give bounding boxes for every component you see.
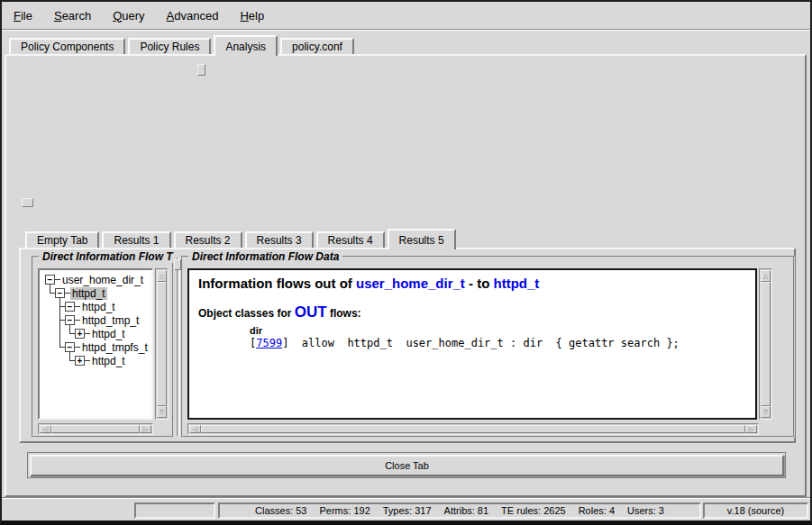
stat-attribs: Attribs: 81 bbox=[444, 505, 489, 516]
tab-policy-conf[interactable]: policy.conf bbox=[280, 38, 354, 54]
menu-search[interactable]: Search bbox=[54, 9, 91, 23]
scroll-right-icon[interactable] bbox=[140, 425, 151, 433]
flow-tree-panel: Direct Information Flow T user_home_dir_… bbox=[32, 256, 174, 438]
tree-node[interactable]: httpd_tmp_t bbox=[65, 313, 141, 327]
rule-number-link[interactable]: 7599 bbox=[256, 337, 282, 349]
tree-node[interactable]: httpd_t bbox=[75, 354, 127, 367]
stat-types: Types: 317 bbox=[383, 505, 432, 516]
object-class-name: dir bbox=[250, 325, 746, 336]
tree-node[interactable]: user_home_dir_t bbox=[45, 273, 145, 286]
tree-minus-icon[interactable] bbox=[45, 275, 55, 285]
tab-results-1[interactable]: Results 1 bbox=[102, 231, 170, 248]
status-box-empty bbox=[134, 502, 215, 519]
tab-empty[interactable]: Empty Tab bbox=[25, 231, 99, 248]
data-vscrollbar[interactable] bbox=[759, 268, 772, 420]
pane-sash-handle[interactable] bbox=[174, 259, 181, 270]
flow-data-panel: Direct Information Flow Data Information… bbox=[181, 256, 795, 438]
tree-plus-icon[interactable] bbox=[75, 329, 85, 339]
tree-node-label[interactable]: httpd_t bbox=[90, 328, 127, 340]
tab-results-3[interactable]: Results 3 bbox=[245, 231, 314, 248]
tree-node-label-selected[interactable]: httpd_t bbox=[70, 287, 107, 300]
menu-advanced[interactable]: Advanced bbox=[167, 9, 219, 23]
main-tab-bar: Policy Components Policy Rules Analysis … bbox=[9, 35, 357, 54]
flow-header: Information flows out of user_home_dir_t… bbox=[198, 276, 746, 291]
scroll-down-icon[interactable] bbox=[157, 406, 167, 418]
scroll-down-icon[interactable] bbox=[761, 406, 771, 418]
scroll-thumb[interactable] bbox=[201, 425, 745, 433]
policy-version-text: v.18 (source) bbox=[727, 505, 784, 516]
object-classes-line: Object classes for OUT flows: bbox=[198, 303, 746, 321]
scroll-up-icon[interactable] bbox=[761, 270, 771, 282]
tree-node-label[interactable]: httpd_t bbox=[80, 301, 117, 313]
data-hscrollbar[interactable] bbox=[187, 423, 759, 435]
stat-users: Users: 3 bbox=[627, 505, 664, 516]
tree-node-label[interactable]: user_home_dir_t bbox=[60, 274, 145, 286]
tab-results-5[interactable]: Results 5 bbox=[388, 229, 456, 249]
tree-node-label[interactable]: httpd_tmp_t bbox=[80, 314, 141, 327]
menu-bar: File Search Query Advanced Help bbox=[2, 2, 810, 30]
menu-help[interactable]: Help bbox=[240, 9, 264, 23]
tab-analysis[interactable]: Analysis bbox=[214, 35, 278, 56]
pane-sash-line bbox=[177, 258, 180, 436]
menu-query[interactable]: Query bbox=[113, 9, 144, 23]
status-box-version: v.18 (source) bbox=[703, 502, 808, 519]
flow-data-textarea[interactable]: Information flows out of user_home_dir_t… bbox=[187, 268, 757, 420]
tab-results-4[interactable]: Results 4 bbox=[316, 231, 385, 248]
tree-node[interactable]: httpd_tmpfs_t bbox=[65, 340, 150, 354]
scroll-thumb[interactable] bbox=[157, 282, 167, 406]
flow-direction-text: OUT bbox=[295, 303, 327, 321]
flow-data-legend: Direct Information Flow Data bbox=[188, 250, 342, 263]
stat-roles: Roles: 4 bbox=[579, 505, 615, 516]
pane-sash-handle[interactable] bbox=[197, 64, 205, 76]
close-tab-frame: Close Tab bbox=[27, 452, 787, 479]
flow-tree[interactable]: user_home_dir_t httpd_t httpd_t httpd_tm… bbox=[38, 268, 153, 420]
tree-node[interactable]: httpd_t bbox=[75, 327, 127, 340]
start-type-text: user_home_dir_t bbox=[356, 276, 465, 291]
tree-hscrollbar[interactable] bbox=[38, 423, 153, 435]
scroll-right-icon[interactable] bbox=[745, 425, 757, 433]
close-tab-button[interactable]: Close Tab bbox=[30, 455, 784, 476]
tab-results-2[interactable]: Results 2 bbox=[174, 231, 242, 248]
tree-vscrollbar[interactable] bbox=[155, 268, 169, 420]
te-rule-line: [7599] allow httpd_t user_home_dir_t : d… bbox=[250, 337, 746, 349]
tree-minus-icon[interactable] bbox=[65, 342, 75, 352]
tree-node[interactable]: httpd_t bbox=[65, 300, 117, 313]
scroll-thumb[interactable] bbox=[761, 282, 771, 406]
scroll-left-icon[interactable] bbox=[189, 425, 201, 433]
scroll-left-icon[interactable] bbox=[40, 425, 51, 433]
flow-tree-legend: Direct Information Flow T bbox=[39, 250, 177, 263]
scroll-thumb[interactable] bbox=[51, 425, 140, 433]
tab-policy-components[interactable]: Policy Components bbox=[9, 38, 125, 54]
tree-node-label[interactable]: httpd_tmpfs_t bbox=[80, 341, 150, 354]
tree-node-label[interactable]: httpd_t bbox=[90, 355, 127, 367]
stat-perms: Perms: 192 bbox=[320, 505, 370, 516]
menu-file[interactable]: File bbox=[14, 9, 32, 23]
end-type-text: httpd_t bbox=[494, 276, 540, 291]
stat-te-rules: TE rules: 2625 bbox=[501, 505, 566, 516]
tree-minus-icon[interactable] bbox=[65, 302, 75, 312]
status-box-stats: Classes: 53 Perms: 192 Types: 317 Attrib… bbox=[218, 502, 701, 519]
tree-minus-icon[interactable] bbox=[55, 288, 65, 298]
apol-window: File Search Query Advanced Help Policy C… bbox=[0, 0, 812, 525]
tree-minus-icon[interactable] bbox=[65, 315, 75, 325]
tab-policy-rules[interactable]: Policy Rules bbox=[128, 38, 211, 54]
scroll-up-icon[interactable] bbox=[157, 270, 167, 282]
tree-plus-icon[interactable] bbox=[75, 356, 85, 366]
status-bar: Classes: 53 Perms: 192 Types: 317 Attrib… bbox=[2, 497, 810, 520]
stat-classes: Classes: 53 bbox=[255, 505, 306, 516]
pane-sash-handle[interactable] bbox=[22, 198, 33, 207]
tree-node[interactable]: httpd_t bbox=[55, 286, 107, 300]
results-tab-bar: Empty Tab Results 1 Results 2 Results 3 … bbox=[25, 229, 459, 248]
